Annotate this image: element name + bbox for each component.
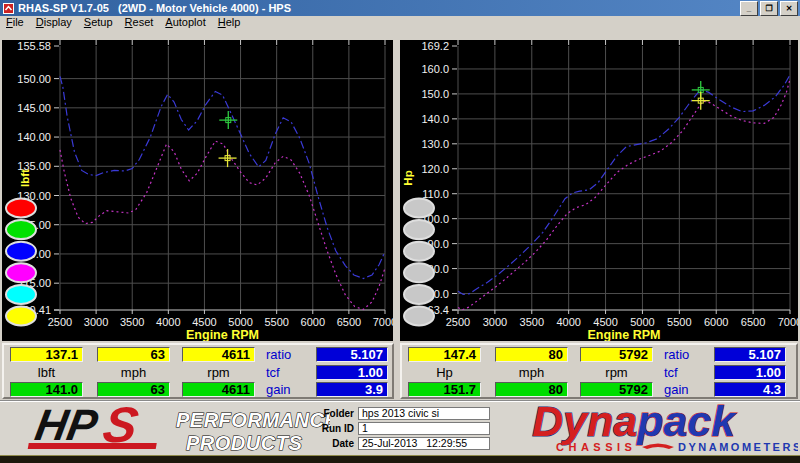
- torque-y-axis-label: lbft: [19, 169, 31, 187]
- power-chart-panel[interactable]: 2500300035004000450050005500600065007000…: [400, 40, 798, 341]
- torque-x-tick-label: 5500: [264, 316, 288, 328]
- power-plot-area[interactable]: 2500300035004000450050005500600065007000…: [400, 40, 798, 341]
- power-y-tick-label: 120.0: [421, 163, 449, 175]
- power-x-tick-label: 3500: [520, 316, 544, 328]
- field-input-run-id[interactable]: 1: [358, 422, 490, 435]
- torque-live-value-mph: 63: [97, 347, 170, 362]
- power-y-tick-label: 110.0: [422, 188, 449, 200]
- restore-button[interactable]: ❐: [760, 1, 778, 16]
- torque-y-tick-label: 140.00: [17, 131, 51, 143]
- torque-chart-panel[interactable]: 2500300035004000450050005500600065007000…: [2, 40, 393, 341]
- torque-channel-button-5[interactable]: [6, 285, 36, 304]
- torque-x-axis-label: Engine RPM: [186, 328, 259, 341]
- field-label-folder: Folder: [318, 407, 354, 420]
- cursor-marker-yellow[interactable]: [219, 149, 237, 167]
- power-channel-button-1[interactable]: [404, 199, 434, 218]
- power-chart-header: Power:Correction Method: NONE: [394, 28, 800, 40]
- torque-y-tick-label: 145.00: [17, 102, 51, 114]
- power-x-tick-label: 7000: [778, 316, 798, 328]
- power-x-tick-label: 5500: [667, 316, 691, 328]
- power-live-value-rpm: 5792: [580, 347, 653, 362]
- power-y-tick-label: 130.0: [421, 138, 449, 150]
- power-y-tick-label: 140.0: [421, 113, 449, 125]
- footer-bar: HP S PERFORMANCE PRODUCTS Folderhps 2013…: [0, 400, 800, 456]
- svg-text:Dynapack: Dynapack: [532, 403, 737, 445]
- menu-item-file[interactable]: File: [0, 16, 30, 28]
- torque-channel-button-3[interactable]: [6, 242, 36, 261]
- cursor-marker-green[interactable]: [219, 111, 237, 129]
- power-x-tick-label: 4500: [593, 316, 617, 328]
- torque-unit-label-lbft: lbft: [10, 365, 83, 380]
- hps-products-text: PRODUCTS: [186, 432, 302, 454]
- app-icon: [3, 3, 14, 14]
- power-stat-label-tcf: tcf: [656, 365, 710, 380]
- menu-item-setup[interactable]: Setup: [78, 16, 119, 28]
- torque-channel-button-4[interactable]: [6, 263, 36, 282]
- hps-logo: HP S PERFORMANCE PRODUCTS: [10, 402, 330, 455]
- torque-stat-label-ratio: ratio: [258, 347, 312, 362]
- power-x-tick-label: 4000: [556, 316, 580, 328]
- torque-x-tick-label: 4500: [192, 316, 216, 328]
- field-input-folder[interactable]: hps 2013 civic si: [358, 407, 490, 420]
- dynapack-logo-pack: pack: [636, 403, 737, 445]
- torque-x-tick-label: 7000: [373, 316, 393, 328]
- menu-item-autoplot[interactable]: Autoplot: [159, 16, 211, 28]
- menu-item-reset[interactable]: Reset: [119, 16, 160, 28]
- torque-y-tick-label: 150.00: [17, 73, 51, 85]
- power-x-tick-label: 2500: [446, 316, 470, 328]
- menu-item-help[interactable]: Help: [212, 16, 247, 28]
- torque-channel-button-1[interactable]: [6, 199, 36, 218]
- power-channel-button-6[interactable]: [404, 307, 434, 326]
- power-stat-value-gain: 4.3: [714, 382, 786, 397]
- current-run-power-curve: [458, 75, 790, 295]
- power-y-tick-label: 169.2: [421, 40, 449, 52]
- dynapack-logo-dyna: Dyna: [532, 403, 637, 445]
- field-label-run-id: Run ID: [318, 422, 354, 435]
- power-unit-label-rpm: rpm: [580, 365, 653, 380]
- dynapack-chassis-text: CHASSIS: [556, 441, 636, 453]
- torque-stat-label-tcf: tcf: [258, 365, 312, 380]
- current-run-torque-curve: [60, 76, 385, 278]
- torque-x-tick-label: 4000: [156, 316, 180, 328]
- hps-performance-text: PERFORMANCE: [176, 409, 330, 431]
- torque-x-tick-label: 2500: [48, 316, 72, 328]
- menu-bar: FileDisplaySetupResetAutoplotHelp: [0, 16, 800, 28]
- power-x-tick-label: 5000: [630, 316, 654, 328]
- readout-panel-left: 137.1634611lbftmphrpm141.0634611ratio5.1…: [2, 343, 394, 399]
- torque-plot-area[interactable]: 2500300035004000450050005500600065007000…: [2, 40, 393, 341]
- minimize-button[interactable]: _: [740, 1, 758, 16]
- bottom-edge-strip: [0, 455, 800, 463]
- torque-x-tick-label: 6000: [301, 316, 325, 328]
- power-channel-button-3[interactable]: [404, 242, 434, 261]
- torque-channel-button-6[interactable]: [6, 307, 36, 326]
- power-channel-button-5[interactable]: [404, 285, 434, 304]
- power-x-tick-label: 6500: [741, 316, 765, 328]
- torque-peak-value-mph: 63: [97, 382, 170, 397]
- power-x-tick-label: 6000: [704, 316, 728, 328]
- field-input-date[interactable]: 25-Jul-2013 12:29:55: [358, 437, 490, 450]
- menu-item-display[interactable]: Display: [30, 16, 78, 28]
- power-channel-button-4[interactable]: [404, 263, 434, 282]
- power-unit-label-mph: mph: [495, 365, 568, 380]
- torque-y-tick-label: 155.58: [17, 40, 51, 52]
- torque-channel-button-2[interactable]: [6, 220, 36, 239]
- power-stat-label-gain: gain: [656, 382, 710, 397]
- torque-x-tick-label: 6500: [337, 316, 361, 328]
- power-stat-value-tcf: 1.00: [714, 365, 786, 380]
- dyno-app-window: RHAS-SP V1.7-05 (2WD - Motor Vehicle 400…: [0, 0, 800, 463]
- title-bar: RHAS-SP V1.7-05 (2WD - Motor Vehicle 400…: [0, 0, 800, 16]
- close-button[interactable]: ✕: [780, 1, 798, 16]
- power-y-tick-label: 150.0: [421, 88, 449, 100]
- power-peak-value-Hp: 151.7: [408, 382, 481, 397]
- power-channel-button-2[interactable]: [404, 220, 434, 239]
- torque-stat-value-ratio: 5.107: [316, 347, 388, 362]
- power-stat-label-ratio: ratio: [656, 347, 710, 362]
- power-y-axis-label: Hp: [402, 170, 414, 185]
- power-unit-label-Hp: Hp: [408, 365, 481, 380]
- power-live-value-Hp: 147.4: [408, 347, 481, 362]
- window-title: RHAS-SP V1.7-05 (2WD - Motor Vehicle 400…: [18, 2, 738, 14]
- torque-x-tick-label: 3000: [84, 316, 108, 328]
- power-x-tick-label: 3000: [483, 316, 507, 328]
- torque-peak-value-lbft: 141.0: [10, 382, 83, 397]
- torque-peak-value-rpm: 4611: [182, 382, 255, 397]
